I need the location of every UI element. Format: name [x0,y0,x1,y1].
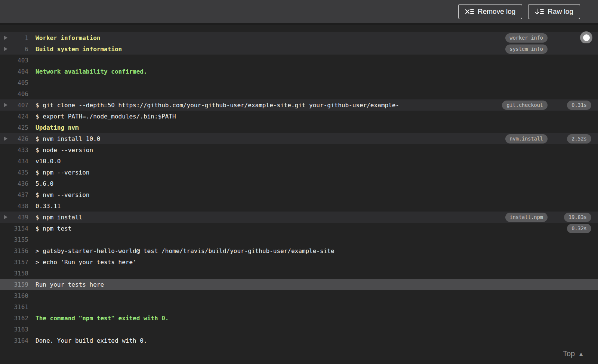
fold-toggle-icon[interactable] [0,103,10,107]
stage-tag-badge: git.checkout [502,101,548,110]
log-text: Done. Your build exited with 0. [36,337,598,344]
log-text: $ node --version [36,146,598,154]
duration-slot: 2.52s [548,134,591,144]
stage-tag-slot: worker_info [505,33,548,43]
line-number[interactable]: 436 [10,180,28,187]
log-text: 0.33.11 [36,203,598,210]
triangle-right-icon [4,47,7,51]
log-text: $ export PATH=./node_modules/.bin:$PATH [36,113,598,120]
remove-log-button[interactable]: Remove log [458,4,522,19]
line-number[interactable]: 407 [10,102,28,109]
log-line: 426$ nvm install 10.0nvm.install2.52s [0,133,598,144]
log-line: 403 [0,55,598,66]
log-text: Worker information [36,34,501,41]
line-number[interactable]: 3158 [10,270,28,277]
triangle-right-icon [4,215,7,219]
log-text: $ git clone --depth=50 https://github.co… [36,102,497,109]
line-number[interactable]: 1 [10,34,28,41]
toolbar: Remove log Raw log [0,0,598,25]
line-number[interactable]: 3159 [10,281,28,288]
line-number[interactable]: 3154 [10,225,28,232]
duration-slot: 19.83s [548,213,591,222]
log-text: Network availability confirmed. [36,68,598,75]
stage-tag-badge: nvm.install [505,134,548,144]
line-number[interactable]: 405 [10,79,28,86]
caret-up-icon: ▲ [578,351,584,357]
line-number[interactable]: 3157 [10,259,28,266]
line-badges: git.checkout0.31s [502,101,598,110]
remove-log-icon [465,8,474,15]
fold-toggle-icon[interactable] [0,136,10,141]
fold-toggle-icon[interactable] [0,36,10,40]
remove-log-label: Remove log [478,7,515,16]
line-number[interactable]: 435 [10,169,28,176]
log-text: v10.0.0 [36,158,598,165]
log-line: 435$ npm --version [0,167,598,178]
log-line: 425Updating nvm [0,122,598,133]
line-number[interactable]: 438 [10,203,28,210]
log-text: Build system information [36,46,501,53]
log-line: 3155 [0,234,598,245]
log-text: $ npm install [36,214,501,221]
line-number[interactable]: 3162 [10,315,28,322]
log-line: 3161 [0,301,598,312]
line-badges: nvm.install2.52s [505,134,598,144]
triangle-right-icon [4,136,7,141]
line-number[interactable]: 3161 [10,303,28,311]
line-number[interactable]: 426 [10,135,28,142]
log-line: 4380.33.11 [0,200,598,212]
log-text: The command "npm test" exited with 0. [36,315,598,322]
line-number[interactable]: 3163 [10,326,28,333]
log-text: $ npm --version [36,169,598,176]
log-line: 3156> gatsby-starter-hello-world@ test /… [0,245,598,256]
log-line: 3163 [0,324,598,335]
triangle-right-icon [4,103,7,107]
stage-tag-slot: git.checkout [502,101,548,110]
duration-slot: 0.32s [548,224,591,233]
line-number[interactable]: 434 [10,158,28,165]
log-line: 1Worker informationworker_info [0,32,598,43]
log-text: $ npm test [36,225,543,232]
log-text: $ nvm install 10.0 [36,135,501,142]
scroll-to-top-link[interactable]: Top ▲ [563,349,584,358]
line-number[interactable]: 3156 [10,247,28,255]
log-text: $ nvm --version [36,191,598,198]
duration-badge: 0.31s [567,101,591,110]
stage-tag-badge: worker_info [505,33,548,43]
line-number[interactable]: 6 [10,46,28,53]
line-number[interactable]: 3160 [10,292,28,299]
log-lines-container: 1Worker informationworker_info6Build sys… [0,32,598,346]
log-line: 3164Done. Your build exited with 0. [0,335,598,346]
raw-log-button[interactable]: Raw log [528,4,580,19]
log-text: 5.6.0 [36,180,598,187]
log-text: > gatsby-starter-hello-world@ test /home… [36,247,598,255]
line-badges: system_info [505,44,598,54]
top-link-label: Top [563,349,575,358]
line-badges: 0.32s [548,224,598,233]
log-line: 437$ nvm --version [0,189,598,200]
duration-badge: 19.83s [564,213,591,222]
line-number[interactable]: 433 [10,146,28,154]
log-line: 407$ git clone --depth=50 https://github… [0,99,598,111]
raw-log-icon [535,8,544,15]
circle-dot-icon [583,34,590,41]
line-number[interactable]: 439 [10,214,28,221]
line-number[interactable]: 3155 [10,236,28,243]
log-line: 6Build system informationsystem_info [0,43,598,55]
line-number[interactable]: 437 [10,191,28,198]
log-line: 404Network availability confirmed. [0,66,598,77]
log-line: 405 [0,77,598,88]
line-number[interactable]: 404 [10,68,28,75]
line-number[interactable]: 403 [10,57,28,64]
line-number[interactable]: 425 [10,124,28,131]
log-line: 433$ node --version [0,144,598,155]
fold-toggle-icon[interactable] [0,215,10,219]
stage-tag-badge: install.npm [505,213,548,222]
scroll-indicator-button[interactable] [580,31,592,44]
fold-toggle-icon[interactable] [0,47,10,51]
line-number[interactable]: 406 [10,90,28,98]
log-text: Run your tests here [36,281,598,288]
triangle-right-icon [4,36,7,40]
line-number[interactable]: 3164 [10,337,28,344]
line-number[interactable]: 424 [10,113,28,120]
